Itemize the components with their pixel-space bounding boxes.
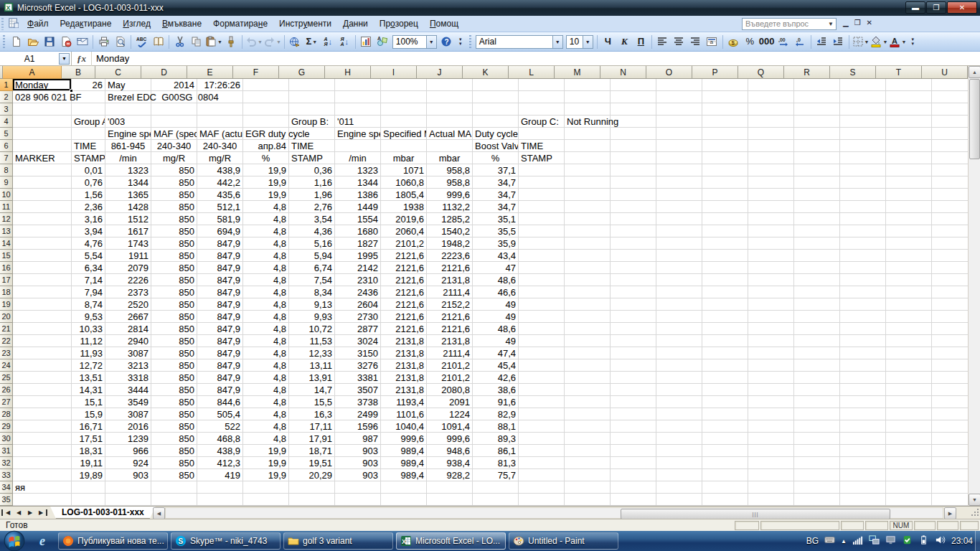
cell-I27[interactable]: 1193,4 bbox=[381, 396, 427, 408]
cell-R32[interactable] bbox=[794, 457, 840, 469]
cell-M18[interactable] bbox=[565, 286, 611, 298]
cell-H4[interactable]: '011 bbox=[335, 116, 381, 128]
cell-U35[interactable] bbox=[932, 494, 968, 506]
cell-C19[interactable]: 2520 bbox=[105, 298, 151, 311]
next-sheet-button[interactable]: ▶ bbox=[24, 507, 36, 518]
cell-D18[interactable]: 850 bbox=[151, 286, 197, 298]
cell-F9[interactable]: 19,9 bbox=[243, 176, 289, 189]
cell-A26[interactable] bbox=[13, 384, 72, 396]
cell-E31[interactable]: 438,9 bbox=[197, 445, 243, 457]
cell-F34[interactable] bbox=[243, 481, 289, 494]
cell-R21[interactable] bbox=[794, 323, 840, 335]
cell-H25[interactable]: 3381 bbox=[335, 372, 381, 384]
cell-T3[interactable] bbox=[886, 103, 932, 116]
cell-I10[interactable]: 1805,4 bbox=[381, 189, 427, 201]
cell-I5[interactable]: Specified M bbox=[381, 128, 427, 140]
cell-T4[interactable] bbox=[886, 116, 932, 128]
cell-G6[interactable]: TIME bbox=[289, 140, 335, 152]
cell-P27[interactable] bbox=[702, 396, 748, 408]
cell-T18[interactable] bbox=[886, 286, 932, 298]
cell-S17[interactable] bbox=[840, 274, 886, 286]
align-right-icon[interactable] bbox=[687, 34, 704, 50]
cell-O11[interactable] bbox=[656, 201, 702, 213]
cell-S15[interactable] bbox=[840, 250, 886, 262]
cell-R2[interactable] bbox=[794, 91, 840, 103]
cell-E28[interactable]: 505,4 bbox=[197, 408, 243, 420]
cell-K34[interactable] bbox=[473, 481, 519, 494]
cell-P11[interactable] bbox=[702, 201, 748, 213]
cell-M30[interactable] bbox=[565, 433, 611, 445]
cell-I12[interactable]: 2019,6 bbox=[381, 213, 427, 225]
cell-E33[interactable]: 419 bbox=[197, 469, 243, 481]
cell-Q12[interactable] bbox=[748, 213, 794, 225]
cell-R27[interactable] bbox=[794, 396, 840, 408]
cell-A19[interactable] bbox=[13, 298, 72, 311]
cell-M24[interactable] bbox=[565, 359, 611, 372]
cell-I18[interactable]: 2121,6 bbox=[381, 286, 427, 298]
cell-P4[interactable] bbox=[702, 116, 748, 128]
cell-G31[interactable]: 18,71 bbox=[289, 445, 335, 457]
cell-G11[interactable]: 2,76 bbox=[289, 201, 335, 213]
cell-F15[interactable]: 4,8 bbox=[243, 250, 289, 262]
cell-O5[interactable] bbox=[656, 128, 702, 140]
scroll-right-icon[interactable]: ▶ bbox=[944, 507, 956, 519]
cell-J3[interactable] bbox=[427, 103, 473, 116]
cell-F28[interactable]: 4,8 bbox=[243, 408, 289, 420]
cell-I22[interactable]: 2131,8 bbox=[381, 335, 427, 347]
cell-F19[interactable]: 4,8 bbox=[243, 298, 289, 311]
cell-K15[interactable]: 43,4 bbox=[473, 250, 519, 262]
merge-center-icon[interactable]: a bbox=[704, 34, 720, 50]
cell-F3[interactable] bbox=[243, 103, 289, 116]
cell-U6[interactable] bbox=[932, 140, 968, 152]
cell-M27[interactable] bbox=[565, 396, 611, 408]
cell-J9[interactable]: 958,8 bbox=[427, 176, 473, 189]
fill-handle[interactable] bbox=[70, 89, 73, 93]
cell-U10[interactable] bbox=[932, 189, 968, 201]
cell-F26[interactable]: 4,8 bbox=[243, 384, 289, 396]
paste-icon[interactable]: ▼ bbox=[204, 34, 223, 50]
cell-A34[interactable]: яя bbox=[13, 481, 72, 494]
cell-K2[interactable] bbox=[473, 91, 519, 103]
column-header-B[interactable]: B bbox=[62, 66, 95, 79]
doc-minimize-button[interactable]: ▁ bbox=[843, 19, 849, 27]
cell-U26[interactable] bbox=[932, 384, 968, 396]
cell-M10[interactable] bbox=[565, 189, 611, 201]
cell-M25[interactable] bbox=[565, 372, 611, 384]
cell-Q31[interactable] bbox=[748, 445, 794, 457]
cell-O20[interactable] bbox=[656, 311, 702, 323]
cell-F5[interactable]: EGR duty cycle bbox=[243, 128, 289, 140]
cell-U32[interactable] bbox=[932, 457, 968, 469]
cell-C11[interactable]: 1428 bbox=[105, 201, 151, 213]
cell-K14[interactable]: 35,9 bbox=[473, 237, 519, 250]
cell-I33[interactable]: 989,4 bbox=[381, 469, 427, 481]
cell-H3[interactable] bbox=[335, 103, 381, 116]
cell-U25[interactable] bbox=[932, 372, 968, 384]
cell-E25[interactable]: 847,9 bbox=[197, 372, 243, 384]
cell-M12[interactable] bbox=[565, 213, 611, 225]
cell-O30[interactable] bbox=[656, 433, 702, 445]
cell-N1[interactable] bbox=[611, 79, 656, 91]
cell-K21[interactable]: 48,6 bbox=[473, 323, 519, 335]
cell-P35[interactable] bbox=[702, 494, 748, 506]
cell-L30[interactable] bbox=[519, 433, 565, 445]
cell-Q25[interactable] bbox=[748, 372, 794, 384]
cell-G18[interactable]: 8,34 bbox=[289, 286, 335, 298]
vertical-scroll-thumb[interactable] bbox=[969, 79, 980, 159]
network-icon[interactable] bbox=[869, 534, 880, 547]
print-preview-icon[interactable] bbox=[112, 34, 128, 50]
cell-D35[interactable] bbox=[151, 494, 197, 506]
cell-G32[interactable]: 19,51 bbox=[289, 457, 335, 469]
cell-A29[interactable] bbox=[13, 420, 72, 433]
doc-close-button[interactable]: ✕ bbox=[867, 19, 872, 27]
cell-P15[interactable] bbox=[702, 250, 748, 262]
cell-L8[interactable] bbox=[519, 164, 565, 176]
cell-Q1[interactable] bbox=[748, 79, 794, 91]
cell-S20[interactable] bbox=[840, 311, 886, 323]
sheet-tab-active[interactable]: LOG-01-003-011-xxx bbox=[50, 507, 156, 519]
column-header-A[interactable]: A bbox=[3, 66, 62, 79]
resize-grip[interactable] bbox=[970, 509, 979, 517]
cell-G14[interactable]: 5,16 bbox=[289, 237, 335, 250]
cell-J30[interactable]: 999,6 bbox=[427, 433, 473, 445]
cell-C4[interactable]: '003 bbox=[105, 116, 151, 128]
cell-P16[interactable] bbox=[702, 262, 748, 274]
